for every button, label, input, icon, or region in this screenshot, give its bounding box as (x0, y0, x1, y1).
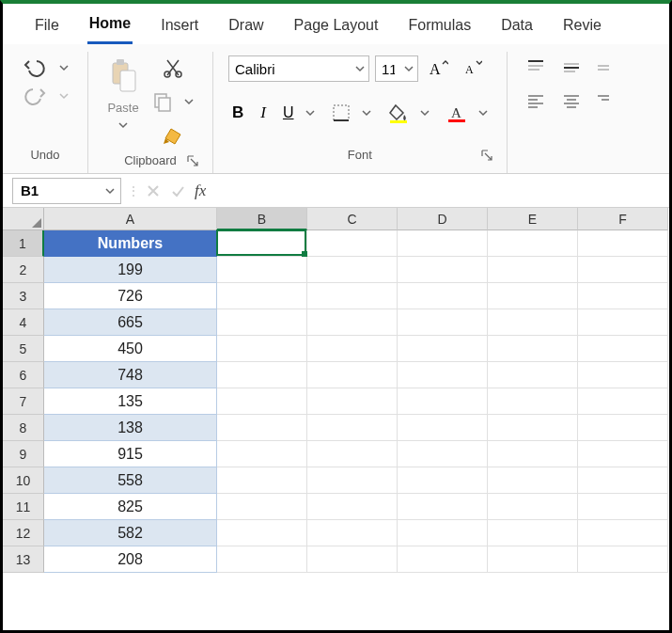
cell[interactable] (398, 309, 488, 336)
chevron-down-icon[interactable] (100, 183, 120, 198)
cell[interactable]: 450 (44, 336, 217, 362)
row-header[interactable]: 12 (3, 520, 44, 546)
col-header-F[interactable]: F (578, 208, 668, 230)
cell[interactable] (217, 388, 307, 415)
cell[interactable] (398, 467, 488, 494)
row-header[interactable]: 4 (3, 309, 44, 336)
cell[interactable] (307, 467, 398, 494)
cell[interactable] (398, 230, 488, 257)
cell[interactable] (488, 546, 578, 573)
redo-dropdown[interactable] (55, 89, 72, 103)
cell[interactable]: 582 (44, 520, 217, 546)
cell[interactable]: 665 (44, 309, 217, 336)
cell[interactable] (488, 441, 578, 467)
cell[interactable] (398, 415, 488, 441)
cell[interactable] (307, 230, 398, 257)
redo-button[interactable] (18, 84, 52, 108)
cell[interactable]: 748 (44, 362, 217, 388)
cell[interactable] (217, 415, 307, 441)
italic-button[interactable]: I (257, 102, 270, 124)
underline-dropdown[interactable] (302, 106, 319, 119)
paste-button[interactable] (103, 55, 143, 97)
cell[interactable]: 825 (44, 494, 217, 520)
cell[interactable]: 138 (44, 415, 217, 441)
font-color-dropdown[interactable] (475, 106, 492, 119)
font-launcher[interactable] (480, 149, 493, 162)
cell[interactable] (307, 388, 398, 415)
cell[interactable] (398, 388, 488, 415)
cell[interactable] (578, 467, 668, 494)
fill-color-dropdown[interactable] (416, 106, 433, 119)
cell[interactable] (488, 467, 578, 494)
row-header[interactable]: 6 (3, 362, 44, 388)
tab-home[interactable]: Home (87, 11, 133, 44)
cell[interactable] (488, 257, 578, 283)
cell[interactable]: 915 (44, 441, 217, 467)
cell[interactable] (578, 546, 668, 573)
cell[interactable] (217, 283, 307, 309)
cell[interactable] (398, 494, 488, 520)
col-header-E[interactable]: E (488, 208, 578, 230)
cell[interactable] (488, 309, 578, 336)
cell[interactable] (217, 467, 307, 494)
cell[interactable] (398, 441, 488, 467)
cell[interactable] (307, 415, 398, 441)
align-left-button[interactable] (523, 91, 549, 110)
cell[interactable] (488, 388, 578, 415)
font-name-input[interactable] (229, 56, 352, 81)
formula-input[interactable] (206, 178, 669, 204)
undo-button[interactable] (18, 55, 52, 80)
cell[interactable] (307, 309, 398, 336)
cell[interactable] (578, 388, 668, 415)
tab-data[interactable]: Data (499, 13, 535, 43)
col-header-C[interactable]: C (307, 208, 398, 230)
tab-draw[interactable]: Draw (227, 13, 265, 43)
decrease-font-button[interactable]: A (458, 56, 486, 81)
cell[interactable]: 558 (44, 467, 217, 494)
col-header-A[interactable]: A (44, 208, 217, 230)
cell[interactable] (307, 441, 398, 467)
cell[interactable] (488, 362, 578, 388)
fill-color-button[interactable] (384, 101, 413, 125)
cell[interactable] (578, 415, 668, 441)
cancel-icon[interactable] (146, 183, 161, 198)
col-header-B[interactable]: B (217, 208, 307, 230)
cell[interactable] (578, 230, 668, 257)
cell[interactable] (578, 283, 668, 309)
cell[interactable] (488, 494, 578, 520)
copy-dropdown[interactable] (180, 95, 197, 108)
cell[interactable] (217, 494, 307, 520)
cell[interactable] (578, 336, 668, 362)
cell[interactable] (217, 362, 307, 388)
name-box-input[interactable] (13, 182, 100, 198)
cell[interactable] (217, 309, 307, 336)
row-header[interactable]: 9 (3, 441, 44, 467)
cell[interactable] (578, 309, 668, 336)
cell[interactable]: 199 (44, 257, 217, 283)
cell[interactable] (307, 336, 398, 362)
increase-font-button[interactable]: A (424, 56, 452, 81)
chevron-down-icon[interactable] (400, 61, 417, 76)
font-color-button[interactable]: A (443, 101, 471, 125)
cell[interactable] (217, 336, 307, 362)
cell[interactable] (578, 520, 668, 546)
fx-icon[interactable]: fx (195, 182, 206, 200)
font-size-combo[interactable] (375, 55, 418, 82)
cell[interactable] (578, 362, 668, 388)
cell[interactable] (398, 520, 488, 546)
cell[interactable] (217, 230, 307, 257)
align-middle-button[interactable] (558, 57, 585, 78)
align-center-button[interactable] (558, 91, 585, 110)
row-header[interactable]: 11 (3, 494, 44, 520)
underline-button[interactable]: U (279, 103, 298, 123)
row-header[interactable]: 3 (3, 283, 44, 309)
cell[interactable] (488, 520, 578, 546)
cell[interactable] (398, 336, 488, 362)
row-header[interactable]: 1 (3, 230, 44, 257)
cell[interactable]: 208 (44, 546, 217, 573)
clipboard-launcher[interactable] (186, 154, 199, 167)
chevron-down-icon[interactable] (352, 61, 368, 76)
cell[interactable] (307, 283, 398, 309)
bold-button[interactable]: B (228, 102, 247, 124)
format-painter-button[interactable] (158, 123, 188, 148)
